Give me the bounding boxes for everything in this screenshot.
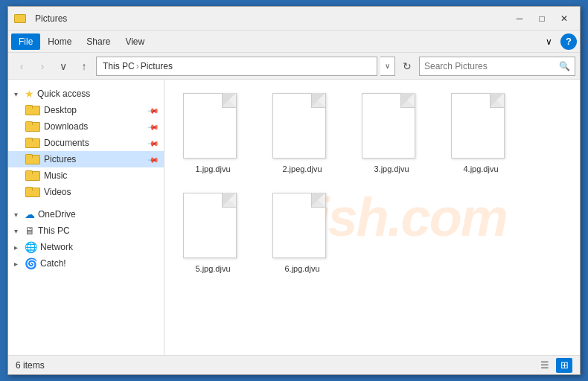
file-icon-5 [183,193,243,260]
doc-icon-5 [183,193,237,258]
quick-access-star-icon: ★ [25,88,34,100]
address-path[interactable]: This PC › Pictures [96,57,377,76]
thispc-icon: 🖥 [25,225,35,237]
catch-header[interactable]: ▸ 🌀 Catch! [8,255,164,272]
pictures-folder-icon [25,153,39,165]
sidebar-item-downloads[interactable]: Downloads 📌 [8,118,164,135]
file-item[interactable]: 3.jpg.djvu [351,87,432,179]
desktop-folder-icon [25,104,39,116]
file-icon-4 [451,93,511,160]
menu-file[interactable]: File [11,33,40,50]
fold-2 [312,94,325,107]
dropdown-nav-button[interactable]: ∨ [54,57,72,75]
address-dropdown-button[interactable]: ∨ [380,57,395,76]
pin-icon-desktop: 📌 [147,104,159,116]
doc-icon-2 [272,93,326,159]
help-button[interactable]: ? [560,33,577,50]
downloads-folder-icon [25,121,39,132]
network-header[interactable]: ▸ 🌐 Network [8,239,164,255]
grid-view-button[interactable]: ⊞ [556,358,572,373]
window-icon [14,13,29,25]
pin-icon-downloads: 📌 [147,121,159,132]
onedrive-icon: ☁ [25,208,35,220]
doc-icon-6 [272,193,326,258]
music-folder-icon [25,170,39,182]
file-name-1: 1.jpg.djvu [195,164,230,173]
doc-icon-1 [183,93,237,159]
minimize-button[interactable]: ─ [510,11,529,26]
fold-4 [490,94,504,107]
quick-access-toggle: ▾ [14,90,23,98]
refresh-button[interactable]: ↻ [398,57,416,75]
back-button[interactable]: ‹ [13,57,31,75]
file-name-6: 6.jpg.djvu [284,264,319,273]
forward-button[interactable]: › [33,57,51,75]
sidebar-item-music[interactable]: Music [8,167,164,184]
close-button[interactable]: ✕ [555,11,574,26]
maximize-button[interactable]: □ [532,11,552,26]
documents-folder-icon [25,137,39,149]
fold-6 [312,193,325,207]
sidebar-label-documents: Documents [44,138,89,148]
sidebar-item-documents[interactable]: Documents 📌 [8,135,164,151]
doc-icon-4 [451,93,505,159]
search-icon: 🔍 [559,61,570,71]
file-item[interactable]: 6.jpg.djvu [261,187,343,279]
up-button[interactable]: ↑ [75,57,93,75]
file-icon-3 [362,93,421,160]
menu-bar: File Home Share View ∨ ? [8,31,580,53]
pin-icon-pictures: 📌 [147,153,159,165]
list-view-button[interactable]: ☰ [537,358,553,373]
catch-toggle: ▸ [14,260,23,268]
menu-bar-right: ∨ ? [540,33,577,50]
sidebar-item-pictures[interactable]: Pictures 📌 [8,151,164,167]
file-icon-2 [272,93,332,160]
file-item[interactable]: 1.jpg.djvu [172,87,254,179]
quick-access-label: Quick access [37,89,90,99]
menu-expand-icon[interactable]: ∨ [540,33,557,50]
item-count-label: 6 items [16,360,45,371]
onedrive-header[interactable]: ▾ ☁ OneDrive [8,206,164,222]
sidebar-label-videos: Videos [44,187,71,197]
file-name-3: 3.jpg.djvu [374,164,409,173]
menu-view[interactable]: View [118,33,152,50]
address-bar: ‹ › ∨ ↑ This PC › Pictures ∨ ↻ 🔍 [8,53,580,80]
pin-icon-documents: 📌 [147,137,159,149]
sidebar-item-videos[interactable]: Videos [8,184,164,200]
menu-home[interactable]: Home [40,33,79,50]
file-item[interactable]: 2.jpeg.djvu [261,87,343,179]
sidebar: ▾ ★ Quick access Desktop 📌 Downloads 📌 [8,80,164,355]
window-title: Pictures [35,13,510,24]
catch-icon: 🌀 [25,257,37,269]
file-icon-6 [272,193,332,260]
thispc-header[interactable]: ▾ 🖥 This PC [8,222,164,239]
file-name-2: 2.jpeg.djvu [282,164,322,173]
network-toggle: ▸ [14,243,23,252]
path-separator-1: › [136,61,139,71]
path-thispc: This PC [103,61,135,71]
path-pictures: Pictures [141,61,173,71]
sidebar-item-desktop[interactable]: Desktop 📌 [8,102,164,118]
videos-folder-icon [25,186,39,198]
file-name-4: 4.jpg.djvu [463,164,498,173]
sidebar-label-music: Music [44,170,67,181]
main-area: ▾ ★ Quick access Desktop 📌 Downloads 📌 [8,80,580,355]
file-icon-1 [183,93,243,160]
search-input[interactable] [424,61,559,71]
fold-3 [401,94,415,107]
quick-access-header[interactable]: ▾ ★ Quick access [8,86,164,102]
file-item[interactable]: 5.jpg.djvu [172,187,254,279]
files-grid: 1.jpg.djvu 2.jpeg.djvu [172,87,572,279]
thispc-toggle: ▾ [14,227,23,235]
onedrive-label: OneDrive [38,209,76,220]
file-item[interactable]: 4.jpg.djvu [440,87,522,179]
fold-5 [223,193,236,207]
sidebar-label-desktop: Desktop [44,105,77,115]
network-label: Network [40,242,73,252]
catch-label: Catch! [40,258,66,269]
onedrive-toggle: ▾ [14,211,23,219]
menu-share[interactable]: Share [79,33,118,50]
search-box[interactable]: 🔍 [419,57,575,76]
window-controls: ─ □ ✕ [510,11,574,26]
status-bar-right: ☰ ⊞ [537,358,572,373]
